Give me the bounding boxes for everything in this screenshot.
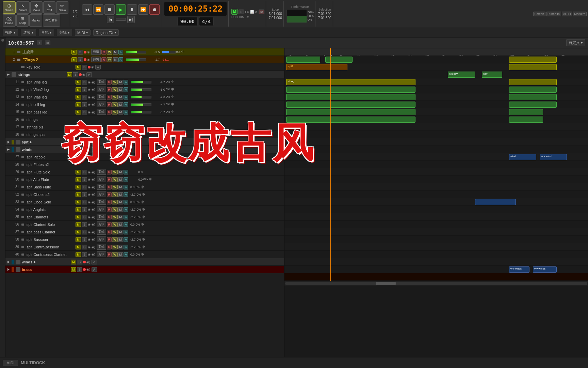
- division-btn[interactable]: 32分音符: [43, 14, 60, 27]
- view-btn[interactable]: 视图▾: [3, 29, 18, 36]
- table-row[interactable]: 30 spit Alto Flute M S ◉ ◉) 剪辑 R W M A: [5, 176, 284, 183]
- group-expand-winds-plus[interactable]: [7, 260, 12, 264]
- h-scroll-track[interactable]: [285, 282, 587, 285]
- rewind-btn[interactable]: ⏪: [93, 4, 103, 15]
- region[interactable]: [509, 87, 557, 93]
- smart-tool-btn[interactable]: ⊕ Smart: [3, 1, 16, 14]
- region[interactable]: v v winds: [509, 266, 529, 273]
- time-sig-display[interactable]: 4/4: [199, 17, 214, 26]
- region[interactable]: string: [286, 79, 415, 85]
- region[interactable]: [286, 109, 415, 115]
- options-btn[interactable]: 透项▾: [21, 29, 36, 36]
- region[interactable]: k k key: [448, 72, 475, 78]
- screen-set-btn[interactable]: Screen: [533, 12, 546, 16]
- time-display[interactable]: 00:00:25:22: [164, 2, 227, 16]
- group-expand-brass[interactable]: [7, 268, 12, 271]
- table-row[interactable]: 14 spit cell leg M S ◉ ◉) 剪辑 R W M A: [5, 101, 284, 108]
- erase-tool-btn[interactable]: ⌫ Erase: [3, 14, 16, 27]
- solo-btn-2[interactable]: S: [78, 57, 83, 62]
- play-btn[interactable]: ▶: [116, 4, 126, 15]
- act-i-btn[interactable]: ACT I: [562, 12, 572, 16]
- region[interactable]: w v wind: [540, 154, 567, 160]
- region[interactable]: wind: [509, 154, 536, 160]
- region[interactable]: [475, 199, 516, 205]
- table-row[interactable]: 2 EZkeys 2 M S ◉ 剪辑 R W M: [5, 56, 284, 63]
- selection-start[interactable]: 7:01:390: [318, 12, 331, 16]
- markers-btn[interactable]: Markers: [573, 12, 587, 16]
- duplicate-track-btn[interactable]: ⊞: [45, 41, 50, 45]
- custom-dropdown[interactable]: 自定义▾: [566, 39, 585, 46]
- region[interactable]: [509, 117, 543, 123]
- table-row[interactable]: 1 主旋律 M S ◉ 剪辑 R W M: [5, 48, 284, 56]
- table-row[interactable]: 35 spit Clarinets M S ◉ ◉) 剪辑 R W M A: [5, 213, 284, 221]
- table-row[interactable]: 31 spit Bass Flute M S ◉ ◉) 剪辑 R W M A: [5, 183, 284, 191]
- region[interactable]: [509, 79, 557, 85]
- region[interactable]: [286, 102, 415, 108]
- region[interactable]: [286, 94, 415, 100]
- m-track-1[interactable]: M: [113, 50, 118, 55]
- table-row[interactable]: 12 spit Vlns2 leg M S ◉ ◉) 剪辑 R W M A: [5, 86, 284, 93]
- r-track-1[interactable]: R: [101, 50, 107, 55]
- table-row[interactable]: strings M S ◉ A: [5, 71, 284, 78]
- marks-tool-btn[interactable]: Marks: [29, 14, 43, 27]
- midi-btn[interactable]: MIDI▾: [75, 29, 91, 36]
- table-row[interactable]: 13 spit Vlas leg M S ◉ ◉) 剪辑 R W M A: [5, 93, 284, 101]
- table-row[interactable]: 40 spit Contrabass Clarinet M S ◉ ◉) 剪辑 …: [5, 251, 284, 258]
- snap-tool-btn[interactable]: ⊞ Snap: [16, 14, 29, 27]
- table-row[interactable]: winds + M S ◉) A: [5, 258, 284, 266]
- region[interactable]: [286, 87, 415, 93]
- table-row[interactable]: 33 spit Oboe Solo M S ◉ ◉) 剪辑 R W M A: [5, 198, 284, 206]
- region[interactable]: [325, 57, 353, 63]
- go-to-start-btn[interactable]: |◀: [107, 16, 114, 23]
- table-row[interactable]: 11 spit Vlns leg M S ◉ ◉) 剪辑 R W M A: [5, 78, 284, 86]
- table-row[interactable]: key solo M S ◉ A: [5, 63, 284, 71]
- h-scroll-thumb[interactable]: [376, 282, 396, 285]
- h-scrollbar[interactable]: [284, 281, 588, 286]
- loop-end[interactable]: 7:01:000: [269, 16, 282, 20]
- go-to-end-btn[interactable]: ▶|: [127, 16, 135, 23]
- selection-end[interactable]: 7:01:390: [318, 16, 331, 20]
- fast-forward-btn[interactable]: ⏩: [138, 4, 148, 15]
- pause-btn[interactable]: ⏸: [127, 4, 137, 15]
- region[interactable]: [509, 57, 557, 63]
- mode-1[interactable]: 剪辑: [91, 49, 101, 55]
- table-row[interactable]: 34 spit Anglais M S ◉ ◉) 剪辑 R W M A: [5, 206, 284, 213]
- table-row[interactable]: brass M S ◉) A: [5, 266, 284, 273]
- s-btn[interactable]: S: [239, 10, 244, 14]
- edit-menu-btn[interactable]: 剪辑▾: [57, 29, 72, 36]
- go-start-btn[interactable]: ⏮: [82, 4, 92, 15]
- table-row[interactable]: 39 spit ContraBassoon M S ◉ ◉) 剪辑 R W M …: [5, 243, 284, 251]
- region[interactable]: [509, 109, 543, 115]
- select-tool-btn[interactable]: ↖ Select: [16, 1, 30, 14]
- region[interactable]: [509, 102, 557, 108]
- region[interactable]: v v winds: [533, 266, 557, 273]
- r-btn[interactable]: R!: [259, 10, 264, 14]
- w-track-1[interactable]: W: [107, 50, 113, 55]
- tempo-display[interactable]: 90.00: [177, 17, 198, 26]
- group-expand-winds[interactable]: [7, 148, 12, 151]
- mute-btn-1[interactable]: M: [71, 50, 77, 55]
- region[interactable]: spit1: [286, 64, 347, 70]
- punch-btn[interactable]: Punch In: [546, 12, 561, 16]
- stop-btn[interactable]: ⏹: [104, 4, 115, 15]
- region[interactable]: [509, 94, 557, 100]
- group-arrow-strings[interactable]: [7, 73, 12, 76]
- group-expand-spit[interactable]: [7, 140, 12, 144]
- table-row[interactable]: 36 spit Clarinet Solo M S ◉ ◉) 剪辑 R W M …: [5, 221, 284, 228]
- midi-tab-btn[interactable]: MIDI: [3, 360, 18, 366]
- edit-tool-btn[interactable]: ✎ Edit: [43, 1, 55, 14]
- region[interactable]: key: [482, 72, 502, 78]
- a-track-1[interactable]: A: [118, 50, 123, 55]
- table-row[interactable]: 32 spit Oboes a2 M S ◉ ◉) 剪辑 R W M A: [5, 191, 284, 198]
- draw-tool-btn[interactable]: ✏ Draw: [56, 1, 68, 14]
- add-track-btn[interactable]: +: [37, 41, 42, 45]
- move-tool-btn[interactable]: ✥ Move: [30, 1, 43, 14]
- table-row[interactable]: 38 spit Bassoon M S ◉ ◉) 剪辑 R W M A: [5, 236, 284, 243]
- m-btn[interactable]: M: [231, 9, 238, 15]
- solo-btn-1[interactable]: S: [78, 50, 83, 55]
- table-row[interactable]: 15 spit bass leg M S ◉ ◉) 剪辑 R W M A: [5, 108, 284, 116]
- region[interactable]: [286, 57, 320, 63]
- loop-start[interactable]: 3:01:000: [269, 12, 282, 16]
- table-row[interactable]: 37 spit bass Clarinet M S ◉ ◉) 剪辑 R W M …: [5, 228, 284, 236]
- region-fx-btn[interactable]: Region FX▾: [93, 29, 119, 36]
